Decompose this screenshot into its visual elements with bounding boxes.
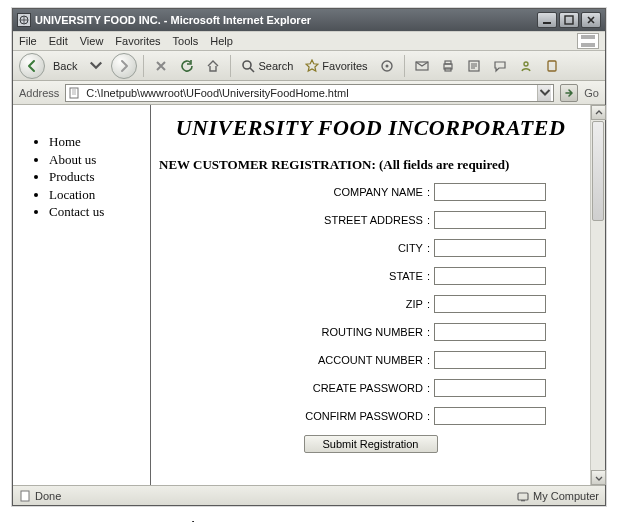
page-heading: UNIVERSITY FOOD INCORPORATED [159, 115, 582, 141]
nav-about[interactable]: About us [49, 151, 140, 169]
menu-tools[interactable]: Tools [173, 35, 199, 47]
discuss-button[interactable] [489, 55, 511, 77]
label-zip: ZIP [406, 298, 423, 310]
svg-rect-14 [21, 491, 29, 501]
main-area: UNIVERSITY FOOD INCORPORATED NEW CUSTOME… [151, 105, 590, 485]
sidebar: Home About us Products Location Contact … [13, 105, 151, 485]
back-button[interactable] [19, 53, 45, 79]
input-password[interactable] [434, 379, 546, 397]
page-content: Home About us Products Location Contact … [13, 105, 590, 485]
nav-home[interactable]: Home [49, 133, 140, 151]
svg-rect-12 [548, 61, 556, 71]
menu-edit[interactable]: Edit [49, 35, 68, 47]
edit-button[interactable] [463, 55, 485, 77]
maximize-button[interactable] [559, 12, 579, 28]
window-title: UNIVERSITY FOOD INC. - Microsoft Interne… [35, 14, 537, 26]
done-icon [19, 490, 31, 502]
favorites-button[interactable]: Favorites [301, 54, 371, 78]
figure-caption: Figure CS8.2 New customer registration p… [12, 518, 606, 522]
svg-rect-13 [70, 88, 78, 98]
scroll-down-icon[interactable] [591, 470, 606, 485]
nav-contact[interactable]: Contact us [49, 203, 140, 221]
input-city[interactable] [434, 239, 546, 257]
address-dropdown-icon[interactable] [537, 85, 551, 101]
ie-logo-icon [577, 33, 599, 49]
address-bar: Address Go [13, 81, 605, 105]
svg-rect-8 [445, 61, 451, 64]
svg-rect-16 [521, 500, 525, 501]
home-button[interactable] [202, 55, 224, 77]
page-icon [68, 87, 80, 99]
content-viewport: Home About us Products Location Contact … [13, 105, 605, 485]
svg-rect-1 [565, 16, 573, 24]
status-bar: Done My Computer [13, 485, 605, 505]
label-confirm: CONFIRM PASSWORD [305, 410, 423, 422]
svg-rect-0 [543, 22, 551, 24]
svg-point-3 [243, 61, 251, 69]
caption-text: New customer registration page. [266, 518, 435, 522]
input-company[interactable] [434, 183, 546, 201]
zone-icon [517, 490, 529, 502]
go-button[interactable] [560, 84, 578, 102]
menu-view[interactable]: View [80, 35, 104, 47]
favorites-label: Favorites [322, 60, 367, 72]
search-button[interactable]: Search [237, 54, 297, 78]
form-title-text: NEW CUSTOMER REGISTRATION: [159, 157, 376, 172]
refresh-button[interactable] [176, 55, 198, 77]
input-account[interactable] [434, 351, 546, 369]
back-dropdown-icon[interactable] [85, 55, 107, 77]
minimize-button[interactable] [537, 12, 557, 28]
research-button[interactable] [541, 55, 563, 77]
browser-window: UNIVERSITY FOOD INC. - Microsoft Interne… [12, 8, 606, 506]
toolbar: Back Search Favorites [13, 51, 605, 81]
input-confirm[interactable] [434, 407, 546, 425]
svg-point-11 [524, 62, 528, 66]
label-street: STREET ADDRESS [324, 214, 423, 226]
input-state[interactable] [434, 267, 546, 285]
address-field-wrap [65, 84, 554, 102]
svg-rect-15 [518, 493, 528, 500]
print-button[interactable] [437, 55, 459, 77]
label-company: COMPANY NAME [333, 186, 422, 198]
address-label: Address [19, 87, 59, 99]
nav-location[interactable]: Location [49, 186, 140, 204]
mail-button[interactable] [411, 55, 433, 77]
input-zip[interactable] [434, 295, 546, 313]
caption-label: Figure CS8.2 [183, 518, 256, 522]
forward-button[interactable] [111, 53, 137, 79]
label-routing: ROUTING NUMBER [321, 326, 422, 338]
submit-button[interactable]: Submit Registration [304, 435, 438, 453]
input-routing[interactable] [434, 323, 546, 341]
form-note: (All fields are required) [379, 157, 509, 172]
label-state: STATE [389, 270, 423, 282]
stop-button[interactable] [150, 55, 172, 77]
vertical-scrollbar[interactable] [590, 105, 605, 485]
ie-icon [17, 13, 31, 27]
search-label: Search [258, 60, 293, 72]
input-street[interactable] [434, 211, 546, 229]
menu-file[interactable]: File [19, 35, 37, 47]
back-label[interactable]: Back [49, 55, 81, 77]
menu-help[interactable]: Help [210, 35, 233, 47]
svg-point-5 [385, 64, 388, 67]
label-city: CITY [398, 242, 423, 254]
messenger-button[interactable] [515, 55, 537, 77]
form-title: NEW CUSTOMER REGISTRATION: (All fields a… [159, 157, 582, 173]
label-account: ACCOUNT NUMBER [318, 354, 423, 366]
nav-products[interactable]: Products [49, 168, 140, 186]
menu-favorites[interactable]: Favorites [115, 35, 160, 47]
scroll-thumb[interactable] [592, 121, 604, 221]
close-button[interactable] [581, 12, 601, 28]
title-bar: UNIVERSITY FOOD INC. - Microsoft Interne… [13, 9, 605, 31]
menu-bar: File Edit View Favorites Tools Help [13, 31, 605, 51]
go-label: Go [584, 87, 599, 99]
media-button[interactable] [376, 55, 398, 77]
scroll-up-icon[interactable] [591, 105, 606, 120]
status-text: Done [35, 490, 61, 502]
label-password: CREATE PASSWORD [313, 382, 423, 394]
zone-text: My Computer [533, 490, 599, 502]
address-input[interactable] [84, 86, 533, 100]
